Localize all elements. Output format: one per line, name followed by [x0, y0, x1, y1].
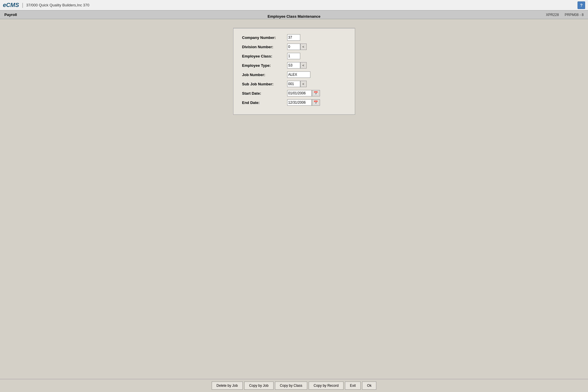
division-number-label: Division Number:	[242, 45, 287, 49]
ok-button[interactable]: Ok	[362, 382, 376, 390]
delete-by-job-button[interactable]: Delete by Job	[212, 382, 243, 390]
sub-job-number-input[interactable]	[287, 81, 300, 87]
employee-type-row: Employee Type: <	[242, 62, 346, 69]
copy-by-job-button[interactable]: Copy by Job	[244, 382, 274, 390]
sub-job-number-label: Sub Job Number:	[242, 82, 287, 86]
employee-type-input[interactable]	[287, 62, 300, 69]
end-date-calendar[interactable]: 📅	[312, 99, 320, 106]
form-panel: Company Number: Division Number: < Emplo…	[233, 28, 355, 115]
job-number-label: Job Number:	[242, 73, 287, 77]
job-number-input[interactable]	[287, 71, 310, 78]
module-bar: Payroll Employee Class Maintenance XPR22…	[0, 10, 588, 19]
separator: |	[22, 2, 24, 8]
division-number-input[interactable]	[287, 44, 300, 50]
sub-job-number-row: Sub Job Number: <	[242, 81, 346, 87]
module-right: XPR228 PRPM08 - 8	[546, 13, 584, 17]
start-date-row: Start Date: 📅	[242, 90, 346, 96]
top-bar: eCMS | 37/000 Quick Quality Builders,Inc…	[0, 0, 588, 10]
employee-type-nav[interactable]: <	[300, 62, 307, 69]
employee-class-input[interactable]	[287, 53, 300, 59]
end-date-row: End Date: 📅	[242, 99, 346, 106]
employee-type-label: Employee Type:	[242, 63, 287, 68]
page-title: Employee Class Maintenance	[267, 12, 320, 21]
ecms-logo: eCMS	[3, 2, 19, 8]
employee-class-label: Employee Class:	[242, 54, 287, 58]
start-date-input[interactable]	[287, 90, 312, 96]
employee-class-row: Employee Class:	[242, 53, 346, 59]
screen-id: PRPM08 - 8	[565, 13, 584, 17]
calendar-icon: 📅	[314, 91, 318, 95]
division-number-row: Division Number: <	[242, 44, 346, 50]
screen-code: XPR228	[546, 13, 559, 17]
help-button[interactable]: ?	[578, 1, 585, 9]
company-number-input[interactable]	[287, 34, 300, 41]
division-number-nav[interactable]: <	[300, 44, 307, 50]
main-content: Company Number: Division Number: < Emplo…	[0, 19, 588, 379]
end-date-label: End Date:	[242, 100, 287, 105]
start-date-calendar[interactable]: 📅	[312, 90, 320, 96]
module-name: Payroll	[4, 12, 17, 17]
bottom-toolbar: Delete by Job Copy by Job Copy by Class …	[0, 379, 588, 392]
end-date-input[interactable]	[287, 99, 312, 106]
sub-job-number-nav[interactable]: <	[300, 81, 307, 87]
copy-by-class-button[interactable]: Copy by Class	[275, 382, 307, 390]
calendar-icon: 📅	[314, 100, 318, 105]
company-info: 37/000 Quick Quality Builders,Inc 370	[26, 3, 89, 7]
start-date-label: Start Date:	[242, 91, 287, 96]
exit-button[interactable]: Exit	[345, 382, 361, 390]
company-number-row: Company Number:	[242, 34, 346, 41]
top-bar-left: eCMS | 37/000 Quick Quality Builders,Inc…	[3, 2, 89, 8]
copy-by-record-button[interactable]: Copy by Record	[309, 382, 344, 390]
job-number-row: Job Number:	[242, 71, 346, 78]
company-number-label: Company Number:	[242, 35, 287, 40]
